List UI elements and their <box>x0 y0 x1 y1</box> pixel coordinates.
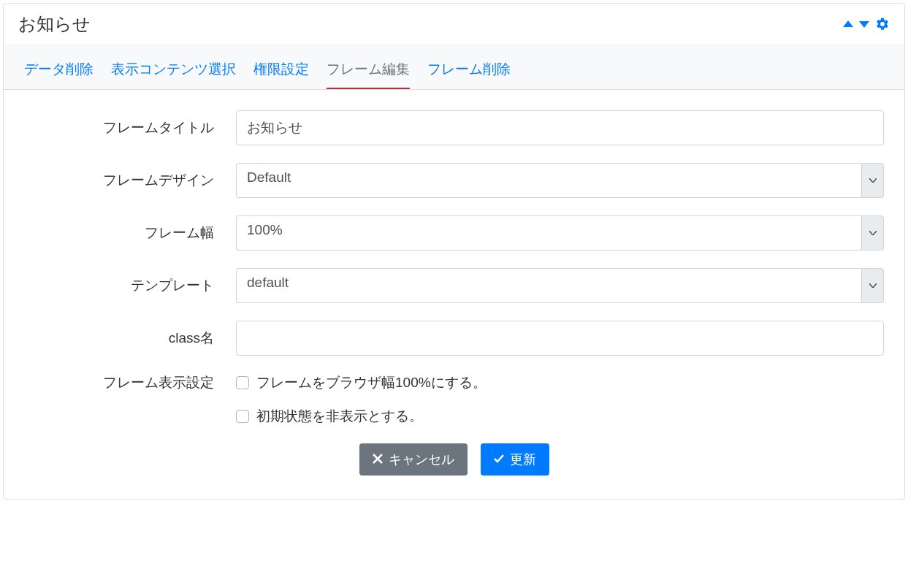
template-select[interactable]: default <box>236 268 884 303</box>
label-template: テンプレート <box>24 276 236 295</box>
frame-title-input[interactable] <box>236 110 884 145</box>
card-header: お知らせ <box>4 4 904 45</box>
nav-tabs: データ削除 表示コンテンツ選択 権限設定 フレーム編集 フレーム削除 <box>24 60 884 89</box>
row-frame-width: フレーム幅 100% <box>24 215 884 251</box>
chevron-down-icon <box>861 163 884 198</box>
tab-frame-delete[interactable]: フレーム削除 <box>427 60 511 89</box>
button-row: キャンセル 更新 <box>24 443 884 476</box>
checkbox-initial-hidden[interactable]: 初期状態を非表示とする。 <box>236 407 884 426</box>
label-display-settings: フレーム表示設定 <box>24 373 236 392</box>
chevron-down-icon <box>861 268 884 303</box>
chevron-down-icon <box>861 215 884 251</box>
page-title: お知らせ <box>18 12 91 36</box>
card-body: フレームタイトル フレームデザイン Default フレーム幅 100% <box>4 90 904 499</box>
tab-frame-edit[interactable]: フレーム編集 <box>327 60 410 89</box>
header-actions <box>843 17 890 31</box>
label-frame-title: フレームタイトル <box>24 118 236 137</box>
close-icon <box>373 452 383 467</box>
frame-width-select[interactable]: 100% <box>236 215 884 251</box>
update-button-label: 更新 <box>510 451 536 468</box>
row-frame-title: フレームタイトル <box>24 110 884 145</box>
row-template: テンプレート default <box>24 268 884 303</box>
row-display-settings: フレーム表示設定 フレームをブラウザ幅100%にする。 初期状態を非表示とする。 <box>24 373 884 426</box>
checkbox-initial-hidden-label: 初期状態を非表示とする。 <box>256 407 423 426</box>
move-up-icon[interactable] <box>843 20 853 28</box>
checkbox-browser-width[interactable]: フレームをブラウザ幅100%にする。 <box>236 373 884 392</box>
frame-design-select[interactable]: Default <box>236 163 884 198</box>
cancel-button-label: キャンセル <box>389 451 454 468</box>
label-frame-width: フレーム幅 <box>24 224 236 243</box>
row-class-name: class名 <box>24 321 884 356</box>
label-class-name: class名 <box>24 329 236 348</box>
check-icon <box>494 452 504 467</box>
update-button[interactable]: 更新 <box>481 443 549 476</box>
checkbox-icon <box>236 410 249 423</box>
label-frame-design: フレームデザイン <box>24 171 236 190</box>
checkbox-browser-width-label: フレームをブラウザ幅100%にする。 <box>256 373 487 392</box>
frame-width-value: 100% <box>236 215 861 251</box>
template-value: default <box>236 268 861 303</box>
frame-edit-card: お知らせ データ削除 表示コンテンツ選択 権限設定 フレーム編集 フレーム削除 … <box>3 3 905 500</box>
move-down-icon[interactable] <box>859 20 869 28</box>
cancel-button[interactable]: キャンセル <box>359 443 468 476</box>
row-frame-design: フレームデザイン Default <box>24 163 884 198</box>
nav-tabs-container: データ削除 表示コンテンツ選択 権限設定 フレーム編集 フレーム削除 <box>4 45 904 90</box>
checkbox-icon <box>236 376 249 389</box>
class-name-input[interactable] <box>236 321 884 356</box>
frame-design-value: Default <box>236 163 861 198</box>
gear-icon[interactable] <box>875 17 890 31</box>
tab-content-select[interactable]: 表示コンテンツ選択 <box>111 60 236 89</box>
tab-permission[interactable]: 権限設定 <box>253 60 309 89</box>
tab-data-delete[interactable]: データ削除 <box>24 60 94 89</box>
